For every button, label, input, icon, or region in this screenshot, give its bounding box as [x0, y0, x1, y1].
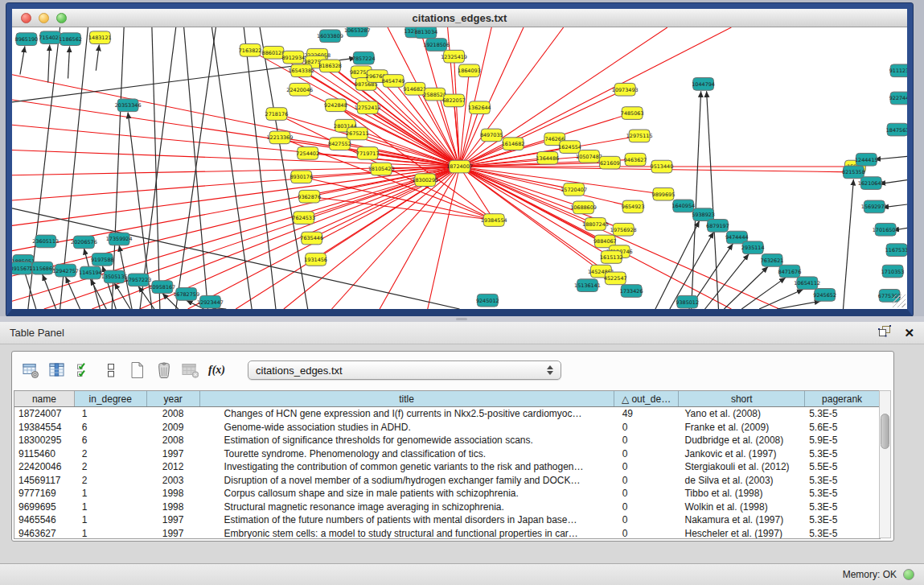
column-edit-icon[interactable]	[49, 361, 66, 379]
graph-node[interactable]: 19756928	[610, 223, 637, 236]
graph-node[interactable]: 22420046	[286, 83, 313, 96]
graph-node[interactable]: 18807243	[582, 218, 609, 231]
graph-node[interactable]: 12942757	[52, 264, 79, 277]
graph-node[interactable]: 1364486	[536, 151, 559, 164]
select-columns-icon[interactable]	[76, 361, 92, 379]
graph-node[interactable]: 9227442	[889, 92, 907, 105]
graph-node[interactable]: 7635446	[300, 232, 323, 245]
network-canvas[interactable]: 8965190715402311865621483121160338091065…	[12, 27, 907, 309]
graph-node[interactable]: 8186328	[318, 60, 342, 72]
graph-node[interactable]: 8471676	[778, 265, 802, 278]
close-button[interactable]	[21, 13, 31, 23]
column-header-out_degree[interactable]: △ out_de…	[614, 391, 680, 406]
table-scrollbar[interactable]	[879, 390, 891, 538]
split-pane-divider[interactable]	[0, 316, 924, 322]
graph-node[interactable]: 12923447	[197, 295, 224, 308]
graph-node[interactable]: 1931456	[304, 253, 327, 266]
graph-node[interactable]: 1615132	[600, 251, 623, 264]
network-view[interactable]: 8965190715402311865621483121160338091065…	[12, 27, 907, 309]
graph-node[interactable]: 9513440	[651, 160, 674, 173]
column-header-title[interactable]: title	[200, 391, 614, 406]
graph-node[interactable]: 16033809	[317, 30, 343, 43]
graph-node[interactable]: 6879197	[706, 220, 729, 233]
graph-node[interactable]: 17359924	[106, 233, 133, 245]
graph-node[interactable]: 8965190	[15, 33, 39, 46]
graph-node[interactable]: 16210643	[858, 177, 885, 190]
memory-status-dot[interactable]	[903, 569, 914, 580]
graph-node[interactable]: 8930176	[290, 171, 313, 183]
graph-node[interactable]: 7632621	[761, 254, 784, 267]
graph-node[interactable]: 17957223	[125, 274, 152, 286]
graph-node[interactable]: 19218506	[423, 39, 450, 51]
column-header-name[interactable]: name	[14, 391, 75, 406]
table-row[interactable]: 969969511998Structural magnetic resonanc…	[14, 501, 880, 514]
graph-node[interactable]: 9245652	[813, 289, 836, 302]
graph-node[interactable]: 9362876	[298, 190, 321, 203]
graph-node[interactable]: 12325419	[441, 50, 467, 63]
graph-node[interactable]: 23605113	[32, 235, 59, 248]
graph-node[interactable]: 19384554	[481, 214, 507, 227]
graph-node[interactable]: 10653287	[344, 27, 371, 37]
graph-node[interactable]: 18724007	[446, 160, 473, 173]
delete-rows-icon[interactable]	[155, 361, 172, 379]
graph-node[interactable]: 7624533	[292, 212, 315, 225]
graph-node[interactable]: 16782759	[173, 288, 199, 301]
graph-node[interactable]: 12975115	[626, 130, 653, 142]
graph-node[interactable]: 17016504	[873, 223, 899, 236]
graph-node[interactable]: 10958167	[149, 281, 175, 294]
graph-node[interactable]: 8813034	[414, 27, 437, 39]
graph-node[interactable]: 10973493	[612, 83, 639, 96]
zoom-button[interactable]	[56, 13, 67, 23]
graph-node[interactable]: 7719717	[356, 147, 380, 160]
window-resize-grip-icon[interactable]	[893, 295, 906, 307]
graph-node[interactable]: 16543382	[288, 64, 314, 77]
graph-node[interactable]: 9899695	[652, 187, 676, 200]
graph-node[interactable]: 8912934	[281, 51, 305, 64]
delete-table-icon[interactable]	[182, 361, 199, 379]
table-settings-icon[interactable]	[23, 361, 39, 379]
graph-node[interactable]: 8215358	[842, 166, 865, 179]
graph-node[interactable]: 9242848	[324, 99, 347, 112]
graph-node[interactable]: 12213369	[267, 131, 294, 144]
table-row[interactable]: 1830029562008Estimation of significance …	[14, 434, 880, 447]
window-titlebar[interactable]: citations_edges.txt	[12, 9, 907, 27]
graph-node[interactable]: 1362644	[468, 101, 491, 114]
graph-node[interactable]: 20206576	[71, 236, 97, 249]
graph-node[interactable]: 9385012	[676, 295, 699, 308]
graph-node[interactable]: 1624554	[558, 141, 581, 154]
table-row[interactable]: 1938455462009Genome-wide association stu…	[14, 421, 880, 435]
table-row[interactable]: 977716911998Corpus callosum shape and si…	[14, 487, 880, 501]
column-header-short[interactable]: short	[679, 391, 805, 406]
column-header-in_degree[interactable]: in_degree	[75, 391, 147, 406]
graph-node[interactable]: 1044794	[692, 78, 715, 91]
table-select-dropdown[interactable]: citations_edges.txt	[248, 360, 561, 380]
graph-node[interactable]: 1244415	[855, 153, 878, 166]
graph-node[interactable]: 4522547	[604, 272, 627, 285]
graph-node[interactable]: 1847563	[886, 123, 907, 136]
row-height-icon[interactable]	[102, 361, 119, 379]
graph-node[interactable]: 2935114	[741, 241, 765, 254]
column-header-pagerank[interactable]: pagerank	[805, 391, 880, 406]
graph-node[interactable]: 7485063	[621, 107, 644, 120]
table-row[interactable]: 946554611997Estimation of the future num…	[14, 513, 880, 527]
graph-node[interactable]: 18105423	[368, 163, 395, 175]
minimize-button[interactable]	[39, 13, 49, 23]
table-row[interactable]: 946362711997Embryonic stem cells: a mode…	[14, 527, 880, 539]
graph-node[interactable]: 10507487	[576, 150, 602, 163]
graph-node[interactable]: 2675211	[346, 127, 369, 140]
graph-node[interactable]: 10688609	[570, 201, 597, 214]
graph-node[interactable]: 20353346	[115, 99, 142, 112]
graph-node[interactable]: 1614682	[502, 138, 525, 150]
graph-node[interactable]: 9197588	[91, 253, 114, 266]
new-table-icon[interactable]	[129, 361, 146, 379]
float-panel-icon[interactable]	[878, 325, 891, 340]
graph-node[interactable]: 18300295	[412, 174, 438, 187]
graph-node[interactable]: 9463627	[624, 153, 647, 166]
graph-node[interactable]: 15136141	[574, 279, 601, 292]
graph-node[interactable]: 13505135	[101, 270, 128, 283]
graph-node[interactable]: 9654923	[622, 200, 645, 213]
close-panel-icon[interactable]: ✕	[904, 327, 914, 339]
graph-node[interactable]: 621609	[599, 156, 620, 169]
graph-node[interactable]: 9111234	[889, 64, 907, 77]
graph-node[interactable]: 15720407	[561, 183, 587, 196]
